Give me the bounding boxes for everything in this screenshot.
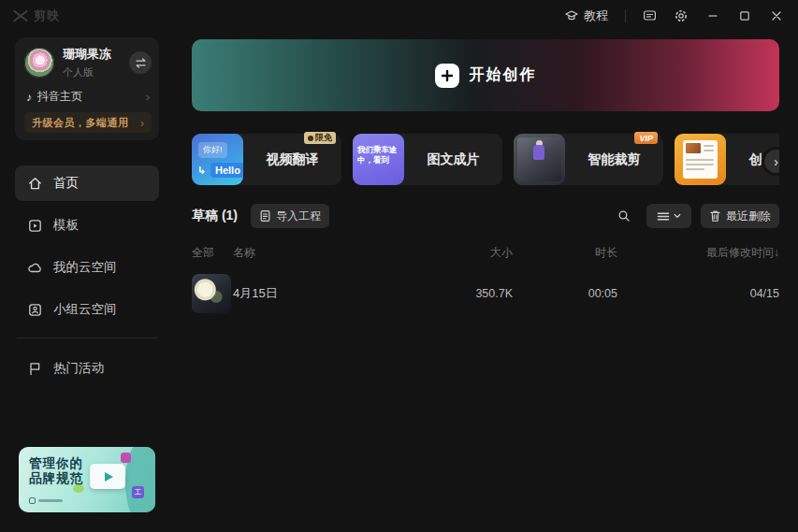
sidebar-item-my-cloud[interactable]: 我的云空间 (15, 250, 159, 285)
column-name[interactable]: 名称 (233, 245, 428, 261)
promo-decoration (121, 453, 131, 463)
start-creating-label: 开始创作 (470, 65, 537, 85)
avatar[interactable] (24, 48, 54, 78)
text-to-video-icon: 我们乘车途中，看到 (353, 134, 404, 185)
promo-logo (29, 497, 63, 504)
sidebar-item-group-cloud[interactable]: 小组云空间 (15, 292, 159, 327)
column-size[interactable]: 大小 (428, 245, 513, 261)
smart-crop-icon (514, 134, 565, 185)
trash-icon (709, 209, 721, 223)
feature-label: 图文成片 (404, 151, 502, 168)
upgrade-label: 升级会员，多端通用 (32, 116, 129, 130)
start-creating-banner[interactable]: 开始创作 (192, 39, 779, 111)
draft-size: 350.7K (428, 287, 513, 300)
feature-label: 智能裁剪 (565, 151, 663, 168)
app-body: 珊瑚果冻 个人版 ♪ 抖音主页 › 升级会员，多端通用 › (0, 31, 798, 532)
titlebar-actions: 教程 (557, 4, 791, 28)
chevron-right-icon: › (140, 116, 144, 130)
limited-free-badge: 限免 (304, 132, 336, 144)
vip-badge: VIP (634, 132, 658, 144)
sidebar-item-home[interactable]: 首页 (15, 165, 159, 201)
feature-card-text-to-video[interactable]: 我们乘车途中，看到 图文成片 (353, 134, 502, 185)
plus-icon (435, 64, 459, 88)
settings-button[interactable] (667, 4, 695, 28)
cloud-icon (27, 260, 43, 276)
promo-decoration: 工 (132, 486, 144, 498)
draft-row[interactable]: 4月15日 350.7K 00:05 04/15 (192, 270, 779, 317)
recently-deleted-button[interactable]: 最近删除 (701, 204, 779, 228)
tutorial-button[interactable]: 教程 (557, 4, 616, 28)
column-duration[interactable]: 时长 (513, 245, 617, 261)
import-project-button[interactable]: 导入工程 (251, 204, 329, 228)
minimize-button[interactable] (699, 4, 727, 28)
douyin-icon: ♪ (26, 91, 32, 104)
draft-thumbnail[interactable] (192, 274, 231, 313)
video-player-illustration (90, 464, 125, 489)
chevron-right-icon: › (146, 90, 150, 104)
sidebar-item-label: 我的云空间 (53, 259, 117, 276)
arrow-icon: ↳ (197, 165, 206, 177)
titlebar-divider (625, 9, 626, 22)
doc-line (686, 164, 714, 165)
feature-cards-row: 限免 你好! ↳ Hello 视频翻译 我们乘车途中，看到 图文成片 VIP (192, 132, 779, 185)
brand-promo-banner[interactable]: 工 管理你的 品牌规范 (19, 447, 155, 512)
draft-duration: 00:05 (513, 287, 617, 300)
promo-logo-icon (29, 497, 36, 504)
user-profile[interactable]: 珊瑚果冻 个人版 (24, 46, 152, 79)
draft-modified: 04/15 (617, 287, 779, 300)
tutorial-label: 教程 (584, 7, 608, 24)
video-translate-icon: 你好! ↳ Hello (192, 134, 243, 185)
import-icon (259, 209, 271, 223)
search-button[interactable] (611, 204, 637, 228)
drafts-toolbar-right: 最近删除 (611, 204, 779, 228)
app-window: 剪映 教程 (0, 0, 798, 532)
upgrade-membership-button[interactable]: 升级会员，多端通用 › (24, 112, 152, 133)
doc-image (686, 143, 701, 153)
user-card: 珊瑚果冻 个人版 ♪ 抖音主页 › 升级会员，多端通用 › (15, 37, 159, 140)
column-modified-sort[interactable]: 最后修改时间↓ (617, 245, 779, 261)
titlebar: 剪映 教程 (0, 0, 798, 31)
drafts-title: 草稿 (1) (192, 208, 238, 224)
nav-divider (17, 338, 157, 338)
promo-text: 管理你的 品牌规范 (29, 456, 83, 486)
douyin-homepage-link[interactable]: ♪ 抖音主页 › (26, 89, 150, 105)
tutorial-icon (564, 9, 579, 22)
feature-card-smart-crop[interactable]: VIP 智能裁剪 (514, 134, 663, 185)
app-logo-icon (13, 9, 28, 22)
sidebar-item-label: 热门活动 (53, 360, 104, 377)
chevron-down-icon (674, 213, 681, 219)
sidebar-item-templates[interactable]: 模板 (15, 208, 159, 243)
close-button[interactable] (762, 4, 791, 28)
home-icon (27, 176, 43, 192)
doc-line (704, 150, 714, 151)
douyin-label: 抖音主页 (37, 89, 82, 105)
template-icon (27, 218, 43, 234)
recently-deleted-label: 最近删除 (726, 208, 771, 224)
feature-label: 视频翻译 (243, 151, 341, 168)
main-content: 开始创作 限免 你好! ↳ Hello 视频翻译 我们乘车途中，看到 (174, 31, 798, 532)
list-view-icon (657, 211, 670, 222)
switch-account-button[interactable] (129, 51, 152, 74)
speech-bubble: Hello (210, 163, 243, 178)
view-mode-dropdown[interactable] (646, 204, 691, 228)
icon-caption: 我们乘车途中，看到 (357, 145, 399, 165)
badge-icon (308, 136, 313, 141)
script-icon (675, 134, 726, 185)
speech-bubble: 你好! (198, 142, 227, 158)
maximize-button[interactable] (731, 4, 759, 28)
sidebar-item-hot-activities[interactable]: 热门活动 (15, 351, 159, 386)
promo-line2: 品牌规范 (29, 471, 83, 486)
promo-line1: 管理你的 (29, 456, 83, 471)
flag-icon (27, 361, 43, 377)
feature-card-video-translate[interactable]: 限免 你好! ↳ Hello 视频翻译 (192, 134, 341, 185)
sidebar: 珊瑚果冻 个人版 ♪ 抖音主页 › 升级会员，多端通用 › (0, 31, 174, 532)
drafts-table: 全部 名称 大小 时长 最后修改时间↓ 4月15日 350.7K 00:05 0… (192, 241, 779, 317)
sidebar-item-label: 小组云空间 (53, 301, 117, 318)
column-all[interactable]: 全部 (192, 245, 233, 261)
sidebar-item-label: 模板 (53, 217, 79, 234)
feedback-button[interactable] (635, 4, 663, 28)
sidebar-item-label: 首页 (53, 175, 79, 192)
draft-name: 4月15日 (233, 285, 428, 302)
doc-line (704, 145, 714, 147)
user-plan: 个人版 (63, 65, 129, 79)
